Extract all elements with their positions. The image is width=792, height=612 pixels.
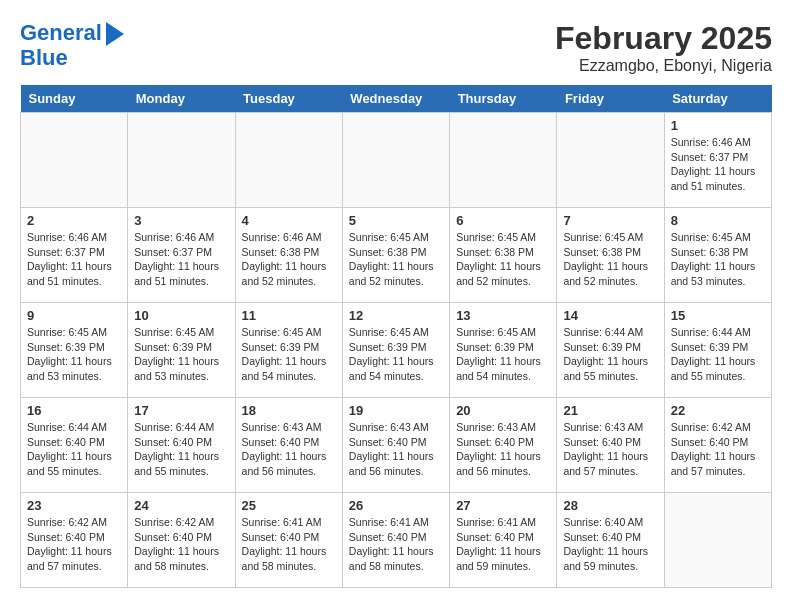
day-number: 2: [27, 213, 121, 228]
day-number: 10: [134, 308, 228, 323]
day-info: Sunrise: 6:46 AM Sunset: 6:38 PM Dayligh…: [242, 230, 336, 289]
logo-text: General: [20, 21, 102, 45]
header-sunday: Sunday: [21, 85, 128, 113]
day-info: Sunrise: 6:45 AM Sunset: 6:38 PM Dayligh…: [671, 230, 765, 289]
day-number: 23: [27, 498, 121, 513]
header-wednesday: Wednesday: [342, 85, 449, 113]
day-info: Sunrise: 6:45 AM Sunset: 6:38 PM Dayligh…: [456, 230, 550, 289]
calendar-cell: 24Sunrise: 6:42 AM Sunset: 6:40 PM Dayli…: [128, 493, 235, 588]
day-number: 13: [456, 308, 550, 323]
calendar-cell: 6Sunrise: 6:45 AM Sunset: 6:38 PM Daylig…: [450, 208, 557, 303]
calendar-cell: 18Sunrise: 6:43 AM Sunset: 6:40 PM Dayli…: [235, 398, 342, 493]
day-number: 27: [456, 498, 550, 513]
day-info: Sunrise: 6:46 AM Sunset: 6:37 PM Dayligh…: [134, 230, 228, 289]
calendar-cell: 16Sunrise: 6:44 AM Sunset: 6:40 PM Dayli…: [21, 398, 128, 493]
calendar-cell: 12Sunrise: 6:45 AM Sunset: 6:39 PM Dayli…: [342, 303, 449, 398]
day-number: 26: [349, 498, 443, 513]
calendar-week-4: 16Sunrise: 6:44 AM Sunset: 6:40 PM Dayli…: [21, 398, 772, 493]
calendar-cell: 1Sunrise: 6:46 AM Sunset: 6:37 PM Daylig…: [664, 113, 771, 208]
day-number: 5: [349, 213, 443, 228]
calendar-cell: 23Sunrise: 6:42 AM Sunset: 6:40 PM Dayli…: [21, 493, 128, 588]
calendar-cell: 15Sunrise: 6:44 AM Sunset: 6:39 PM Dayli…: [664, 303, 771, 398]
calendar-table: SundayMondayTuesdayWednesdayThursdayFrid…: [20, 85, 772, 588]
header-thursday: Thursday: [450, 85, 557, 113]
calendar-cell: [342, 113, 449, 208]
calendar-cell: 22Sunrise: 6:42 AM Sunset: 6:40 PM Dayli…: [664, 398, 771, 493]
day-info: Sunrise: 6:46 AM Sunset: 6:37 PM Dayligh…: [671, 135, 765, 194]
calendar-cell: 2Sunrise: 6:46 AM Sunset: 6:37 PM Daylig…: [21, 208, 128, 303]
calendar-header-row: SundayMondayTuesdayWednesdayThursdayFrid…: [21, 85, 772, 113]
day-info: Sunrise: 6:44 AM Sunset: 6:40 PM Dayligh…: [27, 420, 121, 479]
day-info: Sunrise: 6:43 AM Sunset: 6:40 PM Dayligh…: [349, 420, 443, 479]
day-number: 3: [134, 213, 228, 228]
calendar-week-3: 9Sunrise: 6:45 AM Sunset: 6:39 PM Daylig…: [21, 303, 772, 398]
day-info: Sunrise: 6:44 AM Sunset: 6:39 PM Dayligh…: [671, 325, 765, 384]
day-info: Sunrise: 6:46 AM Sunset: 6:37 PM Dayligh…: [27, 230, 121, 289]
day-info: Sunrise: 6:43 AM Sunset: 6:40 PM Dayligh…: [456, 420, 550, 479]
day-number: 24: [134, 498, 228, 513]
calendar-cell: 20Sunrise: 6:43 AM Sunset: 6:40 PM Dayli…: [450, 398, 557, 493]
header-friday: Friday: [557, 85, 664, 113]
day-number: 11: [242, 308, 336, 323]
day-info: Sunrise: 6:41 AM Sunset: 6:40 PM Dayligh…: [242, 515, 336, 574]
day-info: Sunrise: 6:42 AM Sunset: 6:40 PM Dayligh…: [134, 515, 228, 574]
day-number: 25: [242, 498, 336, 513]
calendar-cell: 14Sunrise: 6:44 AM Sunset: 6:39 PM Dayli…: [557, 303, 664, 398]
calendar-cell: 3Sunrise: 6:46 AM Sunset: 6:37 PM Daylig…: [128, 208, 235, 303]
calendar-cell: [128, 113, 235, 208]
location-title: Ezzamgbo, Ebonyi, Nigeria: [555, 57, 772, 75]
calendar-cell: 28Sunrise: 6:40 AM Sunset: 6:40 PM Dayli…: [557, 493, 664, 588]
calendar-cell: 10Sunrise: 6:45 AM Sunset: 6:39 PM Dayli…: [128, 303, 235, 398]
calendar-week-2: 2Sunrise: 6:46 AM Sunset: 6:37 PM Daylig…: [21, 208, 772, 303]
day-info: Sunrise: 6:41 AM Sunset: 6:40 PM Dayligh…: [456, 515, 550, 574]
day-info: Sunrise: 6:44 AM Sunset: 6:40 PM Dayligh…: [134, 420, 228, 479]
day-number: 6: [456, 213, 550, 228]
day-number: 9: [27, 308, 121, 323]
calendar-cell: 26Sunrise: 6:41 AM Sunset: 6:40 PM Dayli…: [342, 493, 449, 588]
day-number: 18: [242, 403, 336, 418]
day-number: 12: [349, 308, 443, 323]
day-info: Sunrise: 6:40 AM Sunset: 6:40 PM Dayligh…: [563, 515, 657, 574]
calendar-cell: 25Sunrise: 6:41 AM Sunset: 6:40 PM Dayli…: [235, 493, 342, 588]
day-info: Sunrise: 6:43 AM Sunset: 6:40 PM Dayligh…: [242, 420, 336, 479]
logo: General Blue: [20, 20, 124, 70]
day-info: Sunrise: 6:44 AM Sunset: 6:39 PM Dayligh…: [563, 325, 657, 384]
day-info: Sunrise: 6:45 AM Sunset: 6:39 PM Dayligh…: [27, 325, 121, 384]
calendar-week-1: 1Sunrise: 6:46 AM Sunset: 6:37 PM Daylig…: [21, 113, 772, 208]
day-number: 1: [671, 118, 765, 133]
day-info: Sunrise: 6:45 AM Sunset: 6:39 PM Dayligh…: [242, 325, 336, 384]
day-number: 17: [134, 403, 228, 418]
day-number: 7: [563, 213, 657, 228]
day-info: Sunrise: 6:41 AM Sunset: 6:40 PM Dayligh…: [349, 515, 443, 574]
day-number: 8: [671, 213, 765, 228]
page-header: General Blue February 2025 Ezzamgbo, Ebo…: [20, 20, 772, 75]
day-info: Sunrise: 6:45 AM Sunset: 6:39 PM Dayligh…: [456, 325, 550, 384]
title-section: February 2025 Ezzamgbo, Ebonyi, Nigeria: [555, 20, 772, 75]
calendar-cell: 19Sunrise: 6:43 AM Sunset: 6:40 PM Dayli…: [342, 398, 449, 493]
calendar-cell: 9Sunrise: 6:45 AM Sunset: 6:39 PM Daylig…: [21, 303, 128, 398]
header-monday: Monday: [128, 85, 235, 113]
day-info: Sunrise: 6:45 AM Sunset: 6:38 PM Dayligh…: [563, 230, 657, 289]
calendar-cell: 11Sunrise: 6:45 AM Sunset: 6:39 PM Dayli…: [235, 303, 342, 398]
calendar-cell: 4Sunrise: 6:46 AM Sunset: 6:38 PM Daylig…: [235, 208, 342, 303]
calendar-cell: 8Sunrise: 6:45 AM Sunset: 6:38 PM Daylig…: [664, 208, 771, 303]
day-number: 28: [563, 498, 657, 513]
day-number: 20: [456, 403, 550, 418]
logo-arrow-icon: [106, 22, 124, 46]
calendar-cell: 27Sunrise: 6:41 AM Sunset: 6:40 PM Dayli…: [450, 493, 557, 588]
calendar-cell: 7Sunrise: 6:45 AM Sunset: 6:38 PM Daylig…: [557, 208, 664, 303]
day-number: 21: [563, 403, 657, 418]
day-number: 22: [671, 403, 765, 418]
calendar-cell: [450, 113, 557, 208]
calendar-cell: [557, 113, 664, 208]
month-title: February 2025: [555, 20, 772, 57]
day-number: 4: [242, 213, 336, 228]
calendar-cell: 17Sunrise: 6:44 AM Sunset: 6:40 PM Dayli…: [128, 398, 235, 493]
day-info: Sunrise: 6:42 AM Sunset: 6:40 PM Dayligh…: [27, 515, 121, 574]
logo-blue-text: Blue: [20, 46, 68, 70]
day-number: 15: [671, 308, 765, 323]
calendar-cell: 5Sunrise: 6:45 AM Sunset: 6:38 PM Daylig…: [342, 208, 449, 303]
calendar-week-5: 23Sunrise: 6:42 AM Sunset: 6:40 PM Dayli…: [21, 493, 772, 588]
header-tuesday: Tuesday: [235, 85, 342, 113]
calendar-cell: [664, 493, 771, 588]
